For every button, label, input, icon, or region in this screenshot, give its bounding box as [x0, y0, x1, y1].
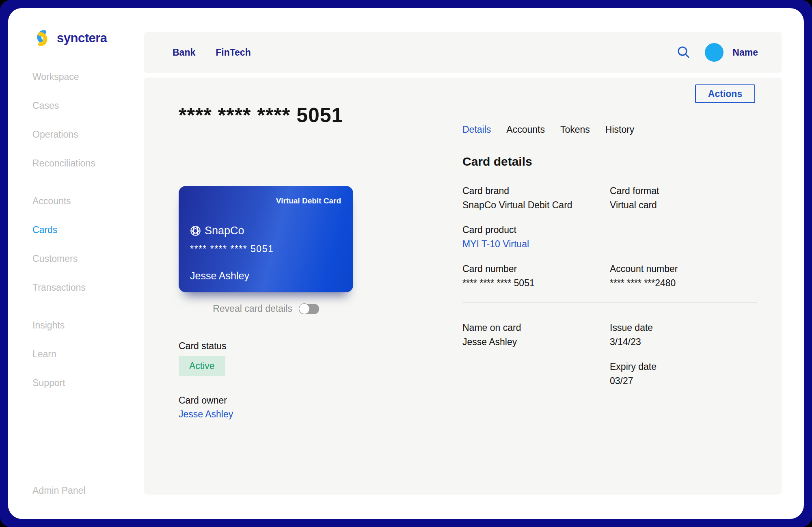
- sidebar-item-workspace[interactable]: Workspace: [32, 71, 95, 82]
- card-masked-number: **** **** **** 5051: [190, 244, 274, 255]
- topbar-right: Name: [676, 43, 758, 62]
- snapco-aperture-icon: [190, 225, 201, 236]
- sidebar-item-insights[interactable]: Insights: [32, 320, 95, 331]
- field-account-number: Account number **** **** ***2480: [610, 264, 757, 289]
- status-badge: Active: [179, 356, 225, 376]
- app-frame: synctera Workspace Cases Operations Reco…: [0, 0, 812, 527]
- field-card-format-value: Virtual card: [610, 200, 757, 211]
- card-details-section: Details Accounts Tokens History Card det…: [462, 124, 757, 400]
- card-brand-row: SnapCo: [190, 225, 244, 237]
- field-card-brand-value: SnapCo Virtual Debit Card: [462, 200, 610, 211]
- field-card-product: Card product MYI T-10 Virtual: [462, 225, 610, 250]
- sidebar-item-cases[interactable]: Cases: [32, 100, 95, 111]
- sidebar-item-learn[interactable]: Learn: [32, 349, 95, 360]
- tab-accounts[interactable]: Accounts: [506, 124, 545, 135]
- card-type-label: Virtual Debit Card: [276, 197, 341, 205]
- field-card-brand: Card brand SnapCo Virtual Debit Card: [462, 186, 610, 211]
- brand-name: synctera: [57, 31, 107, 45]
- user-menu[interactable]: Name: [705, 43, 758, 62]
- page-title-masked-card-number: **** **** **** 5051: [179, 104, 343, 127]
- field-card-number-value: **** **** **** 5051: [462, 278, 610, 289]
- virtual-card: Virtual Debit Card SnapCo: [179, 186, 353, 292]
- field-account-number-value: **** **** ***2480: [610, 278, 757, 289]
- card-brand-name: SnapCo: [205, 225, 244, 237]
- sidebar-item-transactions[interactable]: Transactions: [32, 282, 95, 293]
- field-name-on-card: Name on card Jesse Ashley: [462, 322, 610, 348]
- card-status-label: Card status: [179, 341, 227, 352]
- field-card-format: Card format Virtual card: [610, 186, 757, 211]
- synctera-logo-icon: [32, 29, 53, 47]
- card-holder-name: Jesse Ashley: [190, 270, 249, 282]
- reveal-card-details-row: Reveal card details: [179, 303, 353, 314]
- topbar-tab-bank[interactable]: Bank: [173, 47, 195, 58]
- reveal-card-details-label: Reveal card details: [213, 303, 292, 314]
- synctera-logo: synctera: [32, 29, 107, 47]
- avatar[interactable]: [705, 43, 723, 62]
- reveal-card-details-toggle[interactable]: [299, 304, 319, 314]
- card-details-fields: Card brand SnapCo Virtual Debit Card Car…: [462, 186, 757, 387]
- field-card-product-link[interactable]: MYI T-10 Virtual: [462, 239, 610, 250]
- toggle-knob: [299, 303, 310, 314]
- sidebar-item-admin-panel[interactable]: Admin Panel: [32, 485, 85, 496]
- details-divider: [462, 302, 757, 303]
- tab-tokens[interactable]: Tokens: [560, 124, 590, 135]
- topbar-tab-fintech[interactable]: FinTech: [216, 47, 251, 58]
- field-issue-date: Issue date 3/14/23: [610, 322, 757, 348]
- search-icon[interactable]: [676, 44, 692, 60]
- topbar-nav: Bank FinTech: [173, 47, 251, 58]
- app-page: synctera Workspace Cases Operations Reco…: [8, 8, 804, 519]
- sidebar-item-support[interactable]: Support: [32, 378, 95, 389]
- details-tabs: Details Accounts Tokens History: [462, 124, 757, 135]
- tab-details[interactable]: Details: [462, 124, 491, 135]
- sidebar: synctera Workspace Cases Operations Reco…: [8, 8, 144, 519]
- sidebar-item-customers[interactable]: Customers: [32, 253, 95, 264]
- user-name: Name: [732, 47, 758, 58]
- card-owner-label: Card owner: [179, 395, 227, 406]
- sidebar-item-operations[interactable]: Operations: [32, 129, 95, 140]
- sidebar-nav: Workspace Cases Operations Reconciliatio…: [32, 71, 95, 406]
- field-name-on-card-value: Jesse Ashley: [462, 337, 610, 348]
- content-panel: Actions **** **** **** 5051 Virtual Debi…: [144, 78, 782, 495]
- topbar: Bank FinTech Name: [144, 32, 782, 73]
- tab-history[interactable]: History: [605, 124, 635, 135]
- card-owner-link[interactable]: Jesse Ashley: [179, 409, 233, 420]
- actions-button[interactable]: Actions: [695, 84, 755, 103]
- field-expiry-date-value: 03/27: [610, 376, 757, 387]
- sidebar-item-accounts[interactable]: Accounts: [32, 196, 95, 207]
- sidebar-item-cards[interactable]: Cards: [32, 225, 95, 235]
- sidebar-item-reconciliations[interactable]: Reconciliations: [32, 158, 95, 169]
- field-card-number: Card number **** **** **** 5051: [462, 264, 610, 289]
- card-details-heading: Card details: [462, 155, 757, 168]
- field-expiry-date: Expiry date 03/27: [610, 361, 757, 387]
- field-issue-date-value: 3/14/23: [610, 337, 757, 348]
